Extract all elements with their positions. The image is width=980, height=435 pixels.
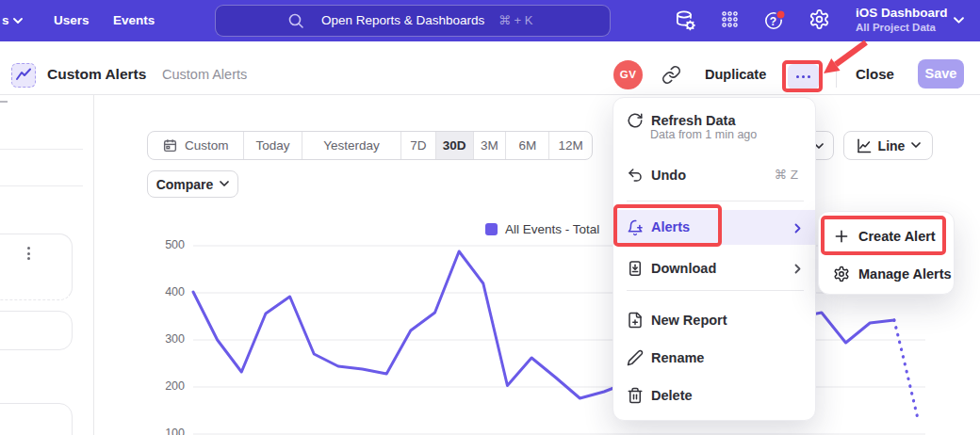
search-bar[interactable]: Open Reports & Dashboards ⌘ + K [215,5,611,37]
calendar-icon [162,137,178,153]
menu-divider [627,290,804,291]
chevron-right-icon [794,223,801,234]
sidebar-row-divider [0,149,83,150]
range-30d[interactable]: 30D [435,132,473,159]
y-tick-label: 400 [156,285,185,298]
menu-item-undo[interactable]: Undo ⌘ Z [613,156,815,194]
y-tick-label: 300 [156,332,185,346]
line-chart-icon [856,137,872,153]
chevron-down-icon [13,18,23,24]
menu-item-rename[interactable]: Rename [613,339,815,377]
search-icon [287,12,304,29]
menu-item-new-report[interactable]: New Report [613,301,815,339]
left-sidebar [0,95,94,435]
legend-swatch [485,223,498,235]
kebab-menu-icon[interactable] [27,247,30,260]
search-shortcut: ⌘ + K [498,6,533,36]
gear-icon [833,266,850,282]
range-custom[interactable]: Custom [148,132,243,159]
page-title: Custom Alerts [47,57,146,91]
search-placeholder: Open Reports & Dashboards [321,6,484,36]
chevron-right-icon [794,264,801,274]
chart-type-button[interactable]: Line [843,131,933,160]
refresh-icon [627,112,644,129]
annotation-box-alerts [613,204,722,247]
report-options-menu: Refresh Data Undo ⌘ Z Alerts Download Ne… [612,97,816,421]
range-3m[interactable]: 3M [473,132,506,159]
sidebar-card[interactable] [0,311,73,350]
menu-divider [627,201,804,201]
sidebar-card[interactable] [0,403,73,435]
sidebar-stub [0,101,8,103]
range-6m[interactable]: 6M [505,132,548,159]
avatar[interactable]: GV [613,60,643,89]
nav-item-events[interactable]: Events [113,0,155,41]
range-12m[interactable]: 12M [548,132,592,159]
download-icon [627,260,644,277]
chevron-down-icon [911,142,921,149]
divider [836,65,837,88]
y-tick-label: 500 [156,238,185,251]
duplicate-button[interactable]: Duplicate [705,57,766,91]
menu-item-download[interactable]: Download [613,250,815,287]
help-icon[interactable]: ? [762,8,787,33]
refresh-data-sublabel: Data from 1 min ago [650,128,757,141]
nav-item-users[interactable]: Users [54,0,90,41]
file-plus-icon [627,312,644,329]
mixpanel-report-page: 500400300200100 s Users Events Open Repo… [0,0,980,435]
y-tick-label: 200 [156,379,185,393]
chevron-down-icon [220,181,229,187]
project-scope: All Project Data [856,22,936,33]
undo-shortcut: ⌘ Z [775,156,799,194]
close-button[interactable]: Close [856,57,894,91]
trash-icon [627,387,644,404]
top-navbar: s Users Events Open Reports & Dashboards… [0,0,980,41]
report-chart-icon [11,63,36,88]
pencil-icon [627,349,644,366]
chart-legend: All Events - Total [485,222,599,236]
range-7d[interactable]: 7D [400,132,435,159]
svg-text:?: ? [770,15,776,28]
sidebar-row-divider [0,185,83,186]
y-tick-label: 100 [156,427,185,435]
save-button[interactable]: Save [918,59,964,89]
compare-button[interactable]: Compare [147,170,238,198]
nav-item-cutoff[interactable]: s [2,0,9,41]
undo-icon [627,167,644,184]
annotation-box-more-button [782,60,823,92]
submenu-item-manage-alerts[interactable]: Manage Alerts [819,257,954,291]
chevron-down-icon [954,17,964,24]
legend-label: All Events - Total [505,222,599,236]
menu-item-delete[interactable]: Delete [613,377,815,414]
range-yesterday[interactable]: Yesterday [302,132,400,159]
report-header: Custom Alerts Custom Alerts GV Duplicate… [0,41,980,95]
settings-gear-icon[interactable] [808,8,830,30]
range-today[interactable]: Today [243,132,302,159]
share-link-icon[interactable] [662,65,681,85]
data-management-icon[interactable] [673,8,697,33]
breadcrumb: Custom Alerts [162,57,247,91]
apps-grid-icon[interactable] [721,10,739,28]
date-range-selector: Custom Today Yesterday 7D 30D 3M 6M 12M [147,131,593,160]
annotation-box-create-alert [821,216,946,255]
sidebar-card[interactable] [0,234,73,300]
project-name[interactable]: iOS Dashboard [856,6,948,20]
